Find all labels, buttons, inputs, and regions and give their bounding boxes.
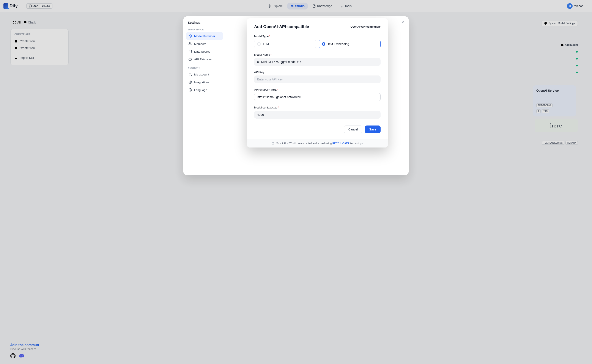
endpoint-label: API endpoint URL* bbox=[254, 88, 381, 91]
endpoint-input[interactable] bbox=[254, 93, 381, 101]
workspace-section-label: WORKSPACE bbox=[188, 28, 222, 31]
svg-rect-27 bbox=[272, 143, 274, 144]
svg-point-22 bbox=[190, 82, 191, 83]
sidebar-item-model-provider[interactable]: Model Provider bbox=[186, 32, 223, 40]
api-key-label: API Key bbox=[254, 71, 381, 74]
settings-main: Add OpenAI-API-compatible OpenAI-API-com… bbox=[226, 16, 409, 175]
svg-point-19 bbox=[189, 42, 190, 44]
model-name-label: Model Name* bbox=[254, 53, 381, 56]
sidebar-item-data-source[interactable]: Data Source bbox=[186, 48, 223, 55]
sidebar-item-my-account[interactable]: My account bbox=[186, 71, 223, 78]
globe-icon bbox=[189, 88, 192, 92]
provider-label: OpenAI-API-compatible bbox=[350, 25, 381, 28]
user-icon bbox=[189, 73, 192, 76]
context-input[interactable] bbox=[254, 111, 381, 119]
at-icon bbox=[189, 80, 192, 84]
encryption-note: Your API KEY will be encrypted and store… bbox=[247, 139, 388, 148]
radio-icon bbox=[322, 42, 325, 46]
model-type-embedding-option[interactable]: Text Embedding bbox=[319, 40, 381, 48]
lock-icon bbox=[271, 142, 274, 145]
add-model-dialog: Add OpenAI-API-compatible OpenAI-API-com… bbox=[247, 18, 388, 148]
model-name-input[interactable] bbox=[254, 58, 381, 66]
sidebar-item-language[interactable]: Language bbox=[186, 86, 223, 94]
puzzle-icon bbox=[189, 58, 192, 61]
model-type-label: Model Type* bbox=[254, 35, 381, 38]
close-icon bbox=[401, 20, 405, 24]
account-section-label: ACCOUNT bbox=[188, 67, 222, 69]
sidebar-item-integrations[interactable]: Integrations bbox=[186, 78, 223, 86]
dialog-title: Add OpenAI-API-compatible bbox=[254, 24, 309, 29]
radio-icon bbox=[257, 42, 261, 46]
cancel-button[interactable]: Cancel bbox=[344, 125, 362, 133]
users-icon bbox=[189, 42, 192, 46]
svg-point-20 bbox=[189, 50, 191, 51]
sidebar-item-members[interactable]: Members bbox=[186, 40, 223, 48]
context-label: Model context size* bbox=[254, 106, 381, 109]
save-button[interactable]: Save bbox=[365, 125, 381, 133]
model-type-llm-option[interactable]: LLM bbox=[254, 40, 316, 48]
settings-title: Settings bbox=[188, 21, 222, 24]
database-icon bbox=[189, 50, 192, 53]
modal-overlay: Settings WORKSPACE Model Provider Member… bbox=[0, 0, 592, 364]
settings-sidebar: Settings WORKSPACE Model Provider Member… bbox=[183, 16, 226, 175]
sidebar-item-api-extension[interactable]: API Extension bbox=[186, 55, 223, 63]
close-button[interactable] bbox=[400, 20, 406, 25]
svg-point-21 bbox=[190, 73, 191, 74]
api-key-input[interactable] bbox=[254, 76, 381, 83]
cube-icon bbox=[189, 34, 192, 38]
settings-modal: Settings WORKSPACE Model Provider Member… bbox=[183, 16, 409, 175]
pkcs-link[interactable]: PKCS1_OAEP bbox=[332, 142, 349, 145]
